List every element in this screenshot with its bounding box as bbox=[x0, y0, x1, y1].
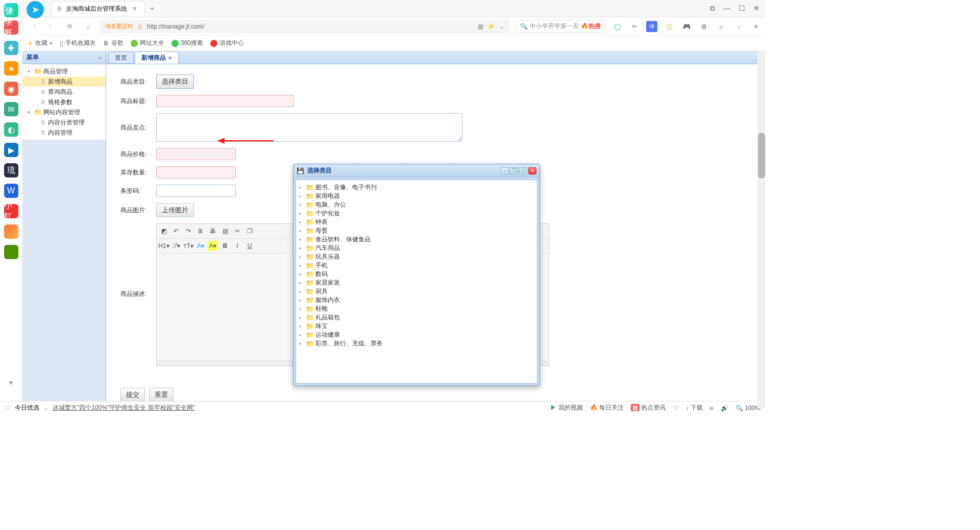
editor-redo-icon[interactable]: ↷ bbox=[183, 226, 193, 236]
editor-bold-icon[interactable]: B bbox=[220, 241, 230, 251]
tree-spec-param[interactable]: 🗎 规格参数 bbox=[22, 97, 106, 107]
reset-button[interactable]: 重置 bbox=[149, 388, 174, 402]
category-node[interactable]: ▸📁个护化妆 bbox=[299, 209, 534, 218]
modal-maximize-icon[interactable]: ☐ bbox=[519, 167, 527, 174]
editor-undo-icon[interactable]: ↶ bbox=[171, 226, 181, 236]
apps-icon[interactable]: ⊞ bbox=[698, 21, 709, 32]
editor-h1-icon[interactable]: H1▾ bbox=[159, 241, 169, 251]
status-myvideo[interactable]: ▶ 我的视频 bbox=[550, 403, 582, 412]
editor-source-icon[interactable]: ◩ bbox=[159, 226, 169, 236]
page-scrollbar[interactable] bbox=[757, 51, 766, 408]
tree-add-product[interactable]: 🗎 新增商品 bbox=[22, 77, 106, 87]
status-app-icon[interactable]: ℮ bbox=[710, 405, 714, 412]
category-node[interactable]: ▸📁彩票、旅行、充值、票务 bbox=[299, 339, 534, 348]
tree-product-mgmt[interactable]: ▾📁 商品管理 bbox=[22, 66, 106, 77]
stock-input[interactable] bbox=[156, 166, 236, 179]
editor-bgcolor-icon[interactable]: A▾ bbox=[208, 241, 218, 251]
category-node[interactable]: ▸📁电脑、办公 bbox=[299, 200, 534, 209]
category-node[interactable]: ▸📁珠宝 bbox=[299, 322, 534, 331]
scissors-icon[interactable]: ✂ bbox=[629, 21, 640, 32]
window-minimize-icon[interactable]: — bbox=[723, 4, 730, 13]
sidebar-chat-icon[interactable]: ◐ bbox=[4, 122, 18, 137]
editor-copy-icon[interactable]: ❐ bbox=[244, 226, 255, 236]
nav-reload-icon[interactable]: ⟳ bbox=[63, 20, 77, 33]
editor-underline-icon[interactable]: U bbox=[244, 241, 255, 251]
window-ext-icon[interactable]: ⧉ bbox=[710, 4, 715, 13]
sidebar-app-dark-icon[interactable]: 琉 bbox=[4, 163, 18, 178]
category-node[interactable]: ▸📁家用电器 bbox=[299, 192, 534, 200]
category-node[interactable]: ▸📁手机 bbox=[299, 261, 534, 270]
barcode-input[interactable] bbox=[156, 185, 236, 197]
tab-add-product[interactable]: 新增商品✕ bbox=[135, 52, 179, 64]
game-icon[interactable]: 🎮 bbox=[681, 21, 692, 32]
upload-image-button[interactable]: 上传图片 bbox=[156, 203, 194, 217]
select-category-button[interactable]: 选择类目 bbox=[156, 74, 194, 89]
tree-query-product[interactable]: 🗎 查询商品 bbox=[22, 87, 106, 97]
ext-circle-icon[interactable]: ◯ bbox=[611, 21, 623, 32]
status-hotnews[interactable]: ▦ 热点资讯 bbox=[631, 403, 666, 412]
nav-back-icon[interactable]: 〈 bbox=[27, 20, 40, 33]
modal-header[interactable]: 💾 选择类目 – ❐ ☐ ✕ bbox=[293, 164, 540, 178]
title-input[interactable] bbox=[156, 95, 294, 107]
translate-icon[interactable]: 译 bbox=[646, 21, 657, 32]
tree-content-mgmt[interactable]: ▾📁 网站内容管理 bbox=[22, 107, 106, 117]
sidebar-app-1-icon[interactable]: ✚ bbox=[4, 41, 18, 55]
editor-italic-icon[interactable]: I bbox=[232, 241, 242, 251]
category-node[interactable]: ▸📁鞋靴 bbox=[299, 305, 534, 313]
sidebar-redbook-icon[interactable]: 小红 bbox=[4, 204, 18, 218]
editor-print-icon[interactable]: 🖶 bbox=[208, 226, 218, 236]
login-badge[interactable]: 登录账号 bbox=[4, 20, 18, 35]
bookmark-favorites[interactable]: ★收藏▾ bbox=[28, 39, 53, 47]
nav-compass-icon[interactable]: ➤ bbox=[27, 1, 44, 18]
editor-font-icon[interactable]: ℱ▾ bbox=[171, 241, 181, 251]
category-node[interactable]: ▸📁礼品箱包 bbox=[299, 313, 534, 322]
sidebar-game1-icon[interactable] bbox=[4, 224, 18, 239]
editor-template-icon[interactable]: ▤ bbox=[220, 226, 230, 236]
tree-content-cat[interactable]: 🗎 内容分类管理 bbox=[22, 117, 106, 128]
status-daily[interactable]: 🔥 每日关注 bbox=[590, 403, 624, 412]
flash-icon[interactable]: ⚡ bbox=[487, 23, 495, 30]
tab-home[interactable]: 首页 bbox=[108, 52, 134, 64]
category-node[interactable]: ▸📁家居家装 bbox=[299, 279, 534, 287]
sidebar-add-icon[interactable]: + bbox=[4, 375, 18, 390]
sellpoint-input[interactable] bbox=[156, 113, 462, 142]
category-node[interactable]: ▸📁汽车用品 bbox=[299, 244, 534, 253]
chevron-down-icon[interactable]: ⌄ bbox=[43, 405, 48, 412]
url-dropdown-icon[interactable]: ⌄ bbox=[499, 23, 504, 30]
submit-button[interactable]: 提交 bbox=[120, 388, 145, 402]
category-node[interactable]: ▸📁图书、音像、电子书刊 bbox=[299, 183, 534, 192]
tab-close-icon[interactable]: ✕ bbox=[168, 55, 172, 61]
bookmark-mobile[interactable]: ▯手机收藏夹 bbox=[60, 39, 96, 47]
heart-icon[interactable]: ♡ bbox=[5, 405, 11, 412]
theme-icon[interactable]: ☼ bbox=[716, 21, 727, 32]
menu-icon[interactable]: ≡ bbox=[750, 21, 762, 32]
editor-cut-icon[interactable]: ✂ bbox=[232, 226, 242, 236]
category-node[interactable]: ▸📁食品饮料、保健食品 bbox=[299, 235, 534, 244]
download-icon[interactable]: ↓ bbox=[733, 21, 744, 32]
modal-restore-icon[interactable]: ❐ bbox=[510, 167, 518, 174]
url-box[interactable]: 域名重定向 ⚠ http://manage.jt.com/ ▦ ⚡ ⌄ bbox=[100, 19, 509, 34]
sidebar-game2-icon[interactable] bbox=[4, 245, 18, 259]
sidebar-weibo-icon[interactable]: ◉ bbox=[4, 82, 18, 96]
category-node[interactable]: ▸📁厨具 bbox=[299, 287, 534, 296]
sidebar-app-2-icon[interactable]: ★ bbox=[4, 61, 18, 75]
nav-home-icon[interactable]: ⌂ bbox=[82, 20, 95, 33]
window-close-icon[interactable]: ✕ bbox=[753, 4, 760, 13]
modal-close-icon[interactable]: ✕ bbox=[528, 167, 536, 174]
browser-tab[interactable]: 🗎 京淘商城后台管理系统 ✕ bbox=[51, 1, 145, 16]
bookmark-gamecenter[interactable]: 游戏中心 bbox=[210, 39, 244, 47]
status-zoom[interactable]: 🔍 100% bbox=[736, 405, 761, 412]
editor-color-icon[interactable]: A▾ bbox=[195, 241, 206, 251]
wallet-icon[interactable]: ◫ bbox=[664, 21, 675, 32]
category-node[interactable]: ▸📁玩具乐器 bbox=[299, 253, 534, 261]
search-box[interactable]: 🔍 中小学开学第一天 🔥热搜 bbox=[514, 20, 606, 33]
sidebar-mail-icon[interactable]: ✉ bbox=[4, 102, 18, 116]
sidebar-app-blue-icon[interactable]: ▶ bbox=[4, 143, 18, 157]
category-node[interactable]: ▸📁母婴 bbox=[299, 226, 534, 235]
status-news[interactable]: 冰城警方"四个100%"守护师生安全 筑牢校园"安全网" bbox=[53, 403, 195, 412]
status-today[interactable]: 今日优选 bbox=[15, 403, 39, 412]
category-node[interactable]: ▸📁运动健康 bbox=[299, 331, 534, 339]
sidebar-word-icon[interactable]: W bbox=[4, 184, 18, 198]
qr-icon[interactable]: ▦ bbox=[478, 23, 483, 30]
bookmark-google[interactable]: 🗎谷歌 bbox=[103, 39, 124, 47]
